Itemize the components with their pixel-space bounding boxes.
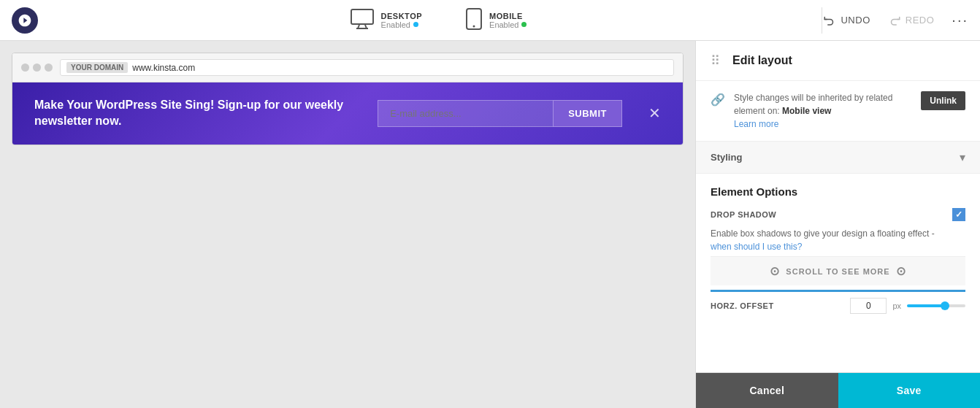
horz-offset-row: HORZ. OFFSET px <box>711 290 965 320</box>
banner-submit-button[interactable]: SUBMIT <box>553 100 622 127</box>
learn-more-link[interactable]: Learn more <box>734 119 778 129</box>
banner-email-input[interactable] <box>378 100 553 127</box>
newsletter-banner: Make Your WordPress Site Sing! Sign-up f… <box>12 82 683 145</box>
browser-mockup: YOUR DOMAIN www.kinsta.com Make Your Wor… <box>12 53 684 145</box>
svg-point-5 <box>473 25 475 27</box>
domain-tag: YOUR DOMAIN <box>66 62 128 73</box>
mobile-device-btn[interactable]: MOBILE Enabled <box>459 4 534 37</box>
browser-address-bar[interactable]: YOUR DOMAIN www.kinsta.com <box>60 59 674 76</box>
banner-headline: Make Your WordPress Site Sing! Sign-up f… <box>34 97 363 130</box>
panel-drag-handle: ⠿ <box>711 53 722 69</box>
desktop-icon <box>351 9 374 32</box>
browser-bar: YOUR DOMAIN www.kinsta.com <box>12 53 683 82</box>
scroll-to-see-more[interactable]: ⊙ SCROLL TO SEE MORE ⊙ <box>711 256 965 285</box>
undo-label: UNDO <box>841 15 870 26</box>
topbar-right: UNDO REDO ··· <box>822 12 968 28</box>
element-options: Element Options DROP SHADOW Enable box s… <box>696 174 980 372</box>
styling-label: Styling <box>711 152 742 163</box>
mobile-label: MOBILE <box>489 12 527 20</box>
desktop-status-dot <box>413 22 418 27</box>
browser-dot-3 <box>45 63 53 72</box>
desktop-label: DESKTOP <box>381 12 422 20</box>
element-options-title: Element Options <box>711 185 965 198</box>
horz-offset-slider[interactable] <box>907 304 965 307</box>
topbar-center: DESKTOP Enabled MOBILE Enabled <box>55 4 822 37</box>
link-text: Style changes will be inherited by relat… <box>734 91 912 131</box>
topbar-left <box>12 7 55 34</box>
horz-offset-input[interactable] <box>850 298 887 314</box>
slider-thumb[interactable] <box>941 301 949 310</box>
browser-url: www.kinsta.com <box>132 63 195 73</box>
desktop-device-info: DESKTOP Enabled <box>381 12 422 29</box>
desktop-status: Enabled <box>381 20 422 29</box>
drop-shadow-row: DROP SHADOW <box>711 208 965 221</box>
link-target: Mobile view <box>782 106 831 116</box>
drop-shadow-desc: Enable box shadows to give your design a… <box>711 227 965 253</box>
panel-title: Edit layout <box>732 54 792 67</box>
drop-shadow-checkbox[interactable] <box>952 208 965 221</box>
horz-offset-label: HORZ. OFFSET <box>711 301 844 310</box>
scroll-label: SCROLL TO SEE MORE <box>786 267 889 276</box>
save-button[interactable]: Save <box>838 373 981 408</box>
desktop-device-btn[interactable]: DESKTOP Enabled <box>343 4 429 36</box>
unlink-button[interactable]: Unlink <box>921 91 965 110</box>
banner-text: Make Your WordPress Site Sing! Sign-up f… <box>34 97 363 130</box>
drop-shadow-label: DROP SHADOW <box>711 210 776 219</box>
panel-header: ⠿ Edit layout <box>696 41 980 81</box>
styling-section[interactable]: Styling ▾ <box>696 142 980 174</box>
mobile-status-dot <box>521 22 527 27</box>
undo-button[interactable]: UNDO <box>823 14 870 27</box>
mobile-status: Enabled <box>489 20 527 29</box>
mobile-device-info: MOBILE Enabled <box>489 12 527 29</box>
more-options-button[interactable]: ··· <box>952 12 968 28</box>
banner-close-button[interactable]: ✕ <box>648 104 661 122</box>
redo-label: REDO <box>906 15 935 26</box>
browser-dot-2 <box>33 63 41 72</box>
scroll-arrow-left-icon: ⊙ <box>770 264 780 278</box>
browser-dot-1 <box>21 63 29 72</box>
logo-icon[interactable] <box>12 7 38 34</box>
horz-offset-unit: px <box>892 301 901 310</box>
topbar: DESKTOP Enabled MOBILE Enabled <box>0 0 980 41</box>
cancel-button[interactable]: Cancel <box>696 373 838 408</box>
right-panel: ⠿ Edit layout 🔗 Style changes will be in… <box>695 41 980 408</box>
redo-button[interactable]: REDO <box>888 14 935 27</box>
main-area: YOUR DOMAIN www.kinsta.com Make Your Wor… <box>0 41 980 408</box>
link-section: 🔗 Style changes will be inherited by rel… <box>696 81 980 142</box>
mobile-icon <box>466 8 482 33</box>
preview-area: YOUR DOMAIN www.kinsta.com Make Your Wor… <box>0 41 695 408</box>
svg-rect-0 <box>351 9 373 24</box>
when-should-use-link[interactable]: when should I use this? <box>711 242 802 252</box>
scroll-arrow-right-icon: ⊙ <box>896 264 906 278</box>
styling-chevron-icon: ▾ <box>960 150 965 164</box>
browser-dots <box>21 63 53 72</box>
banner-email-area: SUBMIT <box>378 100 622 127</box>
link-icon: 🔗 <box>711 93 725 107</box>
panel-footer: Cancel Save <box>696 372 980 408</box>
